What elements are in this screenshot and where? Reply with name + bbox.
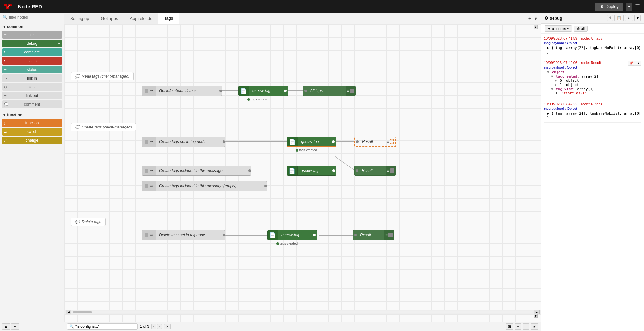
catch-left-icon: !	[4, 59, 5, 63]
debug-entry-2-pin-button[interactable]: 📌	[628, 61, 635, 66]
inject-delete-node[interactable]: ⇒ Delete tags set in tag node	[142, 230, 225, 240]
sidebar-item-switch[interactable]: ⇄ switch	[2, 128, 62, 136]
result-create2-node[interactable]: Result ≡	[354, 166, 396, 176]
topbar-right: ⚙ Deploy ▾ ☰	[595, 3, 640, 11]
inject-read-left: ⇒	[142, 86, 156, 96]
debug-info-button[interactable]: ℹ	[607, 15, 613, 21]
sidebar-scroll: ▾ common ⇒ inject debug ≡ !	[0, 22, 64, 322]
tab-dropdown-button[interactable]: ▾	[533, 14, 538, 23]
inject-create2-node[interactable]: ⇒ Create tags included in this message	[142, 166, 251, 176]
inject-create3-node[interactable]: ⇒ Create tags included in this message (…	[142, 181, 267, 191]
qseow-create2-node[interactable]: 📄 qseow-tag	[287, 166, 336, 176]
svg-line-10	[335, 156, 354, 170]
sidebar-scroll-up-button[interactable]: ▲	[2, 323, 10, 330]
debug-entry-1-node[interactable]: node: All tags	[581, 36, 602, 40]
debug-entry-3-timestamp: 10/09/2023, 07:42:22	[544, 102, 577, 106]
sidebar-item-status[interactable]: 〜 status	[2, 66, 62, 73]
sidebar-scroll-down-button[interactable]: ▼	[11, 323, 19, 330]
sublabel-green-dot	[247, 98, 250, 101]
zoom-in-button[interactable]: +	[523, 323, 529, 330]
inject-read-label: Get info about all tags	[156, 89, 219, 93]
debug-entry-1-expand[interactable]: ▶	[547, 46, 549, 50]
tree-tagexist-expand[interactable]: ▼	[551, 87, 553, 91]
sidebar-item-catch[interactable]: ! catch	[2, 57, 62, 65]
debug-read-square-icon	[350, 89, 354, 93]
search-input-bottom[interactable]	[75, 324, 114, 329]
sidebar-item-function[interactable]: ƒ function	[2, 119, 62, 127]
sublabel-green-dot-3	[276, 242, 279, 245]
search-icon: 🔍	[3, 15, 8, 20]
search-count: 1 of 3	[140, 324, 149, 329]
tab-get-apps[interactable]: Get apps	[95, 14, 124, 24]
tree-tagexist-key: tagExist:	[556, 87, 575, 91]
debug-close-button[interactable]: ▾	[634, 15, 641, 21]
sidebar-item-link-out[interactable]: ⇒ link out	[2, 92, 62, 99]
inject-create2-square	[145, 169, 148, 173]
tab-tags[interactable]: Tags	[158, 13, 179, 24]
debug-entry-3-expand[interactable]: ▶	[547, 111, 549, 116]
result-create1-node[interactable]: Result ≡	[354, 137, 396, 147]
search-input[interactable]	[9, 15, 62, 20]
debug-panel-header: ⚙ debug ℹ 📋 ⚙ ▾	[541, 13, 644, 24]
sidebar-item-change[interactable]: ⇄ change	[2, 137, 62, 144]
inject-create2-left: ⇒	[142, 166, 156, 175]
sidebar-item-link-call[interactable]: ⚙ link call	[2, 83, 62, 91]
read-tags-comment-node: 💬 Read tags (client-managed)	[71, 72, 134, 80]
zoom-out-button[interactable]: −	[515, 323, 521, 330]
inject-delete-out-connector	[223, 234, 225, 236]
tree-root-expand[interactable]: ▼	[547, 70, 549, 74]
canvas-scroll[interactable]: 💬 Read tags (client-managed) ⇒ Get info …	[64, 24, 541, 310]
result-create2-square-icon	[390, 168, 394, 173]
debug-settings-button[interactable]: ⚙	[625, 15, 633, 21]
tree-item1-expand[interactable]: ▶	[555, 83, 557, 87]
result-delete-node[interactable]: Result ≡	[353, 230, 394, 240]
tab-setting-up[interactable]: Setting up	[64, 14, 95, 24]
qseow-create2-out-dot	[332, 169, 335, 172]
debug-copy-button[interactable]: 📋	[614, 15, 624, 21]
result-create2-menu-icon: ≡	[387, 168, 389, 173]
debug-entry-3-node[interactable]: node: All tags	[581, 102, 602, 106]
sidebar-item-complete[interactable]: ! complete	[2, 48, 62, 56]
tree-tagexist-item-label: 0:	[555, 91, 561, 95]
search-close-button[interactable]: ✕	[164, 324, 171, 329]
fit-button[interactable]: ⤢	[531, 323, 538, 330]
inject-create1-node[interactable]: ⇒ Create tags set in tag node	[142, 137, 225, 147]
debug-entry-2-header: 10/09/2023, 07:42:06 node: Result ▲ 📌	[544, 61, 641, 65]
qseow-read-node[interactable]: 📄 qseow-tag tags retrieved	[238, 86, 288, 96]
qseow-delete-node[interactable]: 📄 qseow-tag tags created	[267, 230, 317, 240]
app-logo: Node-RED	[4, 3, 42, 10]
qseow-create1-node[interactable]: 📄 qseow-tag tags created	[287, 137, 336, 147]
add-tab-button[interactable]: +	[527, 14, 533, 23]
chevron-down-icon-2: ▾	[3, 113, 5, 117]
deploy-arrow-button[interactable]: ▾	[626, 3, 632, 11]
canvas-scroll-up-button[interactable]: ▲	[534, 25, 538, 29]
debug-clear-button[interactable]: 🗑 all	[574, 26, 588, 32]
debug-filter-nodes-button[interactable]: ▼ all nodes ▾	[545, 25, 572, 32]
sidebar-section-common-header[interactable]: ▾ common	[0, 23, 64, 30]
canvas-scroll-left-button[interactable]: ◄	[66, 310, 71, 314]
sidebar-item-inject[interactable]: ⇒ inject	[2, 31, 62, 39]
sidebar-item-debug[interactable]: debug ≡	[2, 40, 62, 47]
filter-icon: ▼	[547, 27, 551, 31]
debug-entry-2-copy-button[interactable]: ▲	[635, 61, 641, 66]
search-next-button[interactable]: ›	[157, 324, 162, 329]
deploy-button[interactable]: ⚙ Deploy	[595, 3, 623, 11]
map-icon-button[interactable]: ⊞	[506, 323, 513, 330]
sidebar-section-function-header[interactable]: ▾ function	[0, 111, 64, 118]
debug-panel-title-icon: ⚙	[545, 16, 548, 21]
debug-entry-2-node[interactable]: node: Result	[581, 61, 601, 65]
debug-read-node[interactable]: All tags ≡	[303, 86, 356, 96]
search-prev-button[interactable]: ‹	[151, 324, 156, 329]
sublabel-green-dot-2	[296, 149, 298, 152]
debug-entry-1-payload-label: msg.payload : Object	[544, 41, 641, 45]
hamburger-menu-icon[interactable]: ☰	[635, 3, 640, 10]
inject-read-node[interactable]: ⇒ Get info about all tags	[142, 86, 222, 96]
sidebar-item-comment[interactable]: 💬 comment	[2, 100, 62, 108]
filter-chevron-icon: ▾	[567, 26, 569, 31]
tree-tagcreated-expand[interactable]: ▼	[551, 74, 553, 79]
debug-menu-icon: ≡	[58, 42, 60, 45]
tab-app-reloads[interactable]: App reloads	[124, 14, 158, 24]
tree-item0-expand[interactable]: ▶	[555, 79, 557, 83]
sidebar-item-link-in[interactable]: ⇒ link in	[2, 74, 62, 82]
canvas-scroll-down-button[interactable]: ▼	[534, 314, 538, 318]
